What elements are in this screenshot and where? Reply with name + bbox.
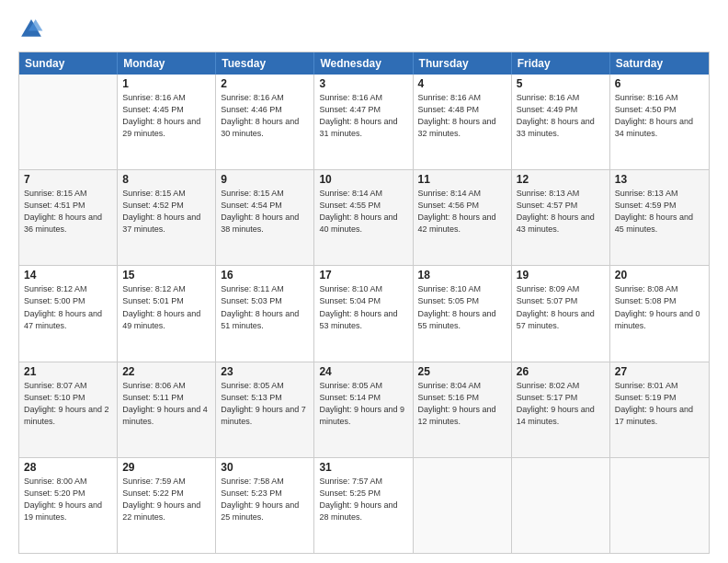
calendar-cell: 19Sunrise: 8:09 AMSunset: 5:07 PMDayligh… xyxy=(512,266,610,361)
calendar: SundayMondayTuesdayWednesdayThursdayFrid… xyxy=(18,52,710,554)
calendar-cell: 31Sunrise: 7:57 AMSunset: 5:25 PMDayligh… xyxy=(314,458,413,553)
calendar-cell xyxy=(414,458,512,553)
day-header-sunday: Sunday xyxy=(19,52,118,75)
day-number: 21 xyxy=(24,365,112,378)
sun-info: Sunrise: 8:11 AMSunset: 5:03 PMDaylight:… xyxy=(221,283,309,331)
calendar-week-2: 7Sunrise: 8:15 AMSunset: 4:51 PMDaylight… xyxy=(19,169,709,265)
day-number: 11 xyxy=(418,173,506,186)
day-number: 2 xyxy=(221,77,309,90)
calendar-cell: 20Sunrise: 8:08 AMSunset: 5:08 PMDayligh… xyxy=(610,266,709,361)
sun-info: Sunrise: 8:10 AMSunset: 5:05 PMDaylight:… xyxy=(418,283,506,331)
sun-info: Sunrise: 7:58 AMSunset: 5:23 PMDaylight:… xyxy=(221,476,309,523)
calendar-cell: 23Sunrise: 8:05 AMSunset: 5:13 PMDayligh… xyxy=(216,362,314,457)
calendar-cell: 17Sunrise: 8:10 AMSunset: 5:04 PMDayligh… xyxy=(314,266,413,361)
day-number: 13 xyxy=(615,173,704,186)
day-number: 7 xyxy=(24,173,112,186)
sun-info: Sunrise: 8:16 AMSunset: 4:49 PMDaylight:… xyxy=(517,92,605,140)
day-number: 10 xyxy=(319,173,407,186)
sun-info: Sunrise: 7:59 AMSunset: 5:22 PMDaylight:… xyxy=(122,476,210,523)
day-number: 25 xyxy=(418,365,506,378)
sun-info: Sunrise: 7:57 AMSunset: 5:25 PMDaylight:… xyxy=(319,476,407,523)
sun-info: Sunrise: 8:15 AMSunset: 4:51 PMDaylight:… xyxy=(24,188,112,236)
sun-info: Sunrise: 8:00 AMSunset: 5:20 PMDaylight:… xyxy=(24,476,112,523)
calendar-week-5: 28Sunrise: 8:00 AMSunset: 5:20 PMDayligh… xyxy=(19,457,709,553)
sun-info: Sunrise: 8:05 AMSunset: 5:13 PMDaylight:… xyxy=(221,380,309,428)
day-number: 29 xyxy=(122,461,210,474)
day-number: 30 xyxy=(221,461,309,474)
day-number: 24 xyxy=(319,365,407,378)
sun-info: Sunrise: 8:15 AMSunset: 4:54 PMDaylight:… xyxy=(221,188,309,236)
calendar-cell: 2Sunrise: 8:16 AMSunset: 4:46 PMDaylight… xyxy=(216,75,314,169)
day-number: 3 xyxy=(319,77,407,90)
calendar-cell: 30Sunrise: 7:58 AMSunset: 5:23 PMDayligh… xyxy=(216,458,314,553)
day-number: 1 xyxy=(122,77,210,90)
sun-info: Sunrise: 8:08 AMSunset: 5:08 PMDaylight:… xyxy=(615,283,704,331)
calendar-cell: 22Sunrise: 8:06 AMSunset: 5:11 PMDayligh… xyxy=(118,362,216,457)
sun-info: Sunrise: 8:05 AMSunset: 5:14 PMDaylight:… xyxy=(319,380,407,428)
day-number: 19 xyxy=(517,269,605,282)
calendar-cell: 21Sunrise: 8:07 AMSunset: 5:10 PMDayligh… xyxy=(19,362,118,457)
calendar-cell: 28Sunrise: 8:00 AMSunset: 5:20 PMDayligh… xyxy=(19,458,118,553)
calendar-header: SundayMondayTuesdayWednesdayThursdayFrid… xyxy=(19,52,709,75)
day-number: 12 xyxy=(517,173,605,186)
calendar-cell: 10Sunrise: 8:14 AMSunset: 4:55 PMDayligh… xyxy=(314,170,413,265)
sun-info: Sunrise: 8:07 AMSunset: 5:10 PMDaylight:… xyxy=(24,380,112,428)
calendar-cell: 11Sunrise: 8:14 AMSunset: 4:56 PMDayligh… xyxy=(414,170,512,265)
calendar-cell: 26Sunrise: 8:02 AMSunset: 5:17 PMDayligh… xyxy=(512,362,610,457)
sun-info: Sunrise: 8:04 AMSunset: 5:16 PMDaylight:… xyxy=(418,380,506,428)
calendar-cell: 4Sunrise: 8:16 AMSunset: 4:48 PMDaylight… xyxy=(414,75,512,169)
calendar-cell: 9Sunrise: 8:15 AMSunset: 4:54 PMDaylight… xyxy=(216,170,314,265)
calendar-cell: 12Sunrise: 8:13 AMSunset: 4:57 PMDayligh… xyxy=(512,170,610,265)
sun-info: Sunrise: 8:14 AMSunset: 4:56 PMDaylight:… xyxy=(418,188,506,236)
calendar-cell: 27Sunrise: 8:01 AMSunset: 5:19 PMDayligh… xyxy=(610,362,709,457)
calendar-cell xyxy=(610,458,709,553)
day-number: 4 xyxy=(418,77,506,90)
day-header-saturday: Saturday xyxy=(610,52,709,75)
day-number: 16 xyxy=(221,269,309,282)
calendar-cell: 1Sunrise: 8:16 AMSunset: 4:45 PMDaylight… xyxy=(118,75,216,169)
sun-info: Sunrise: 8:15 AMSunset: 4:52 PMDaylight:… xyxy=(122,188,210,236)
day-number: 28 xyxy=(24,461,112,474)
day-number: 9 xyxy=(221,173,309,186)
calendar-cell: 18Sunrise: 8:10 AMSunset: 5:05 PMDayligh… xyxy=(414,266,512,361)
calendar-cell: 3Sunrise: 8:16 AMSunset: 4:47 PMDaylight… xyxy=(314,75,413,169)
day-number: 18 xyxy=(418,269,506,282)
day-number: 14 xyxy=(24,269,112,282)
sun-info: Sunrise: 8:16 AMSunset: 4:48 PMDaylight:… xyxy=(418,92,506,140)
header xyxy=(18,17,710,42)
day-number: 6 xyxy=(615,77,704,90)
day-number: 22 xyxy=(122,365,210,378)
day-number: 5 xyxy=(517,77,605,90)
sun-info: Sunrise: 8:09 AMSunset: 5:07 PMDaylight:… xyxy=(517,283,605,331)
day-header-wednesday: Wednesday xyxy=(314,52,413,75)
calendar-cell: 14Sunrise: 8:12 AMSunset: 5:00 PMDayligh… xyxy=(19,266,118,361)
sun-info: Sunrise: 8:10 AMSunset: 5:04 PMDaylight:… xyxy=(319,283,407,331)
sun-info: Sunrise: 8:01 AMSunset: 5:19 PMDaylight:… xyxy=(615,380,704,428)
sun-info: Sunrise: 8:12 AMSunset: 5:00 PMDaylight:… xyxy=(24,283,112,331)
sun-info: Sunrise: 8:16 AMSunset: 4:45 PMDaylight:… xyxy=(122,92,210,140)
day-header-thursday: Thursday xyxy=(414,52,512,75)
calendar-week-4: 21Sunrise: 8:07 AMSunset: 5:10 PMDayligh… xyxy=(19,362,709,457)
calendar-cell: 8Sunrise: 8:15 AMSunset: 4:52 PMDaylight… xyxy=(118,170,216,265)
sun-info: Sunrise: 8:12 AMSunset: 5:01 PMDaylight:… xyxy=(122,283,210,331)
day-header-monday: Monday xyxy=(118,52,216,75)
day-number: 27 xyxy=(615,365,704,378)
day-header-tuesday: Tuesday xyxy=(216,52,314,75)
day-number: 8 xyxy=(122,173,210,186)
calendar-cell: 29Sunrise: 7:59 AMSunset: 5:22 PMDayligh… xyxy=(118,458,216,553)
sun-info: Sunrise: 8:16 AMSunset: 4:46 PMDaylight:… xyxy=(221,92,309,140)
calendar-cell: 24Sunrise: 8:05 AMSunset: 5:14 PMDayligh… xyxy=(314,362,413,457)
sun-info: Sunrise: 8:13 AMSunset: 4:59 PMDaylight:… xyxy=(615,188,704,236)
calendar-cell: 7Sunrise: 8:15 AMSunset: 4:51 PMDaylight… xyxy=(19,170,118,265)
calendar-cell: 16Sunrise: 8:11 AMSunset: 5:03 PMDayligh… xyxy=(216,266,314,361)
calendar-cell: 13Sunrise: 8:13 AMSunset: 4:59 PMDayligh… xyxy=(610,170,709,265)
calendar-cell: 15Sunrise: 8:12 AMSunset: 5:01 PMDayligh… xyxy=(118,266,216,361)
day-number: 15 xyxy=(122,269,210,282)
day-number: 23 xyxy=(221,365,309,378)
calendar-week-3: 14Sunrise: 8:12 AMSunset: 5:00 PMDayligh… xyxy=(19,265,709,361)
calendar-week-1: 1Sunrise: 8:16 AMSunset: 4:45 PMDaylight… xyxy=(19,75,709,169)
day-number: 20 xyxy=(615,269,704,282)
calendar-cell: 6Sunrise: 8:16 AMSunset: 4:50 PMDaylight… xyxy=(610,75,709,169)
sun-info: Sunrise: 8:16 AMSunset: 4:50 PMDaylight:… xyxy=(615,92,704,140)
calendar-cell: 25Sunrise: 8:04 AMSunset: 5:16 PMDayligh… xyxy=(414,362,512,457)
